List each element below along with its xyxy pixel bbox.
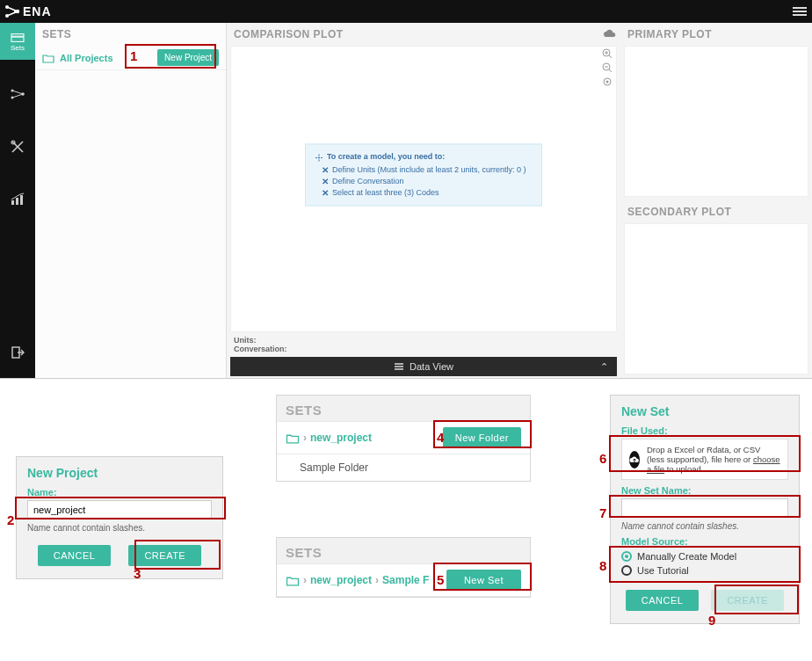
cloud-upload-icon[interactable]	[603, 29, 617, 40]
create-button[interactable]: CREATE	[711, 590, 784, 611]
name-warning: Name cannot contain slashes.	[621, 521, 788, 531]
titlebar: ENA	[0, 0, 812, 23]
svg-line-22	[609, 55, 612, 58]
folder-stack-icon	[10, 32, 25, 44]
callout-num-4: 4	[437, 430, 444, 445]
svg-point-30	[318, 156, 320, 158]
x-icon: ✕	[322, 187, 329, 197]
barchart-icon	[10, 192, 25, 207]
cancel-button[interactable]: CANCEL	[626, 590, 700, 611]
callout-num-8: 8	[599, 558, 606, 573]
all-projects-label: All Projects	[60, 53, 113, 63]
tools-icon	[10, 139, 25, 155]
network-icon	[4, 4, 21, 19]
list-item[interactable]: Sample Folder	[277, 454, 530, 481]
units-label: Units:	[234, 336, 613, 345]
dropzone-text: Drop a Excel or Rdata, or CSV (less supp…	[647, 445, 780, 474]
nav-sets-label: Sets	[11, 44, 25, 52]
callout-num-7: 7	[599, 505, 606, 520]
zoom-out-icon[interactable]	[602, 62, 613, 73]
x-icon: ✕	[322, 176, 329, 185]
svg-line-26	[609, 69, 612, 72]
set-name-label: New Set Name:	[621, 485, 788, 496]
svg-rect-6	[11, 33, 24, 36]
right-panels: PRIMARY PLOT SECONDARY PLOT	[620, 23, 812, 378]
sets-row: All Projects New Project 1	[35, 46, 226, 70]
file-dropzone[interactable]: Drop a Excel or Rdata, or CSV (less supp…	[621, 439, 788, 480]
secondary-plot-canvas	[624, 223, 808, 374]
new-project-button[interactable]: New Project	[157, 49, 219, 66]
breadcrumb[interactable]: › new_project › Sample F	[286, 574, 429, 586]
crumb-text: Sample F	[382, 574, 429, 586]
new-set-dialog: New Set File Used: Drop a Excel or Rdata…	[610, 395, 800, 624]
sets-card-folder: SETS › new_project New Folder Sample Fol…	[276, 395, 531, 482]
zoom-in-icon[interactable]	[602, 48, 613, 59]
comparison-plot-panel: COMPARISON PLOT To create a model, you n…	[227, 23, 620, 378]
folder-icon	[286, 432, 300, 444]
radio-icon	[621, 551, 632, 562]
hint-item-0: Define Units (Must include at least 2 un…	[332, 164, 526, 173]
callout-num-5: 5	[437, 572, 444, 587]
nav-exit[interactable]	[0, 334, 35, 371]
nav-stats[interactable]	[0, 181, 35, 218]
nodes-icon	[10, 88, 25, 100]
svg-line-11	[12, 91, 23, 94]
target-icon[interactable]	[602, 76, 613, 87]
cancel-button[interactable]: CANCEL	[38, 545, 112, 566]
folder-icon	[286, 575, 300, 586]
nav-sets[interactable]: Sets	[0, 23, 35, 60]
nav-tools[interactable]	[0, 128, 35, 165]
breadcrumb[interactable]: › new_project	[286, 432, 372, 444]
dialog-title: New Set	[621, 404, 788, 418]
sets-panel-title: SETS	[35, 23, 226, 46]
hint-item-1: Define Conversation	[332, 176, 404, 185]
primary-plot-title: PRIMARY PLOT	[620, 23, 812, 46]
sets-title: SETS	[277, 538, 530, 563]
primary-plot-canvas	[624, 46, 808, 197]
radio-label: Use Tutorial	[637, 565, 689, 576]
conversation-label: Conversation:	[234, 345, 613, 353]
data-view-label: Data View	[410, 361, 453, 372]
folder-icon	[42, 53, 54, 63]
exit-icon	[11, 345, 25, 360]
dialog-title: New Project	[27, 466, 212, 480]
all-projects-link[interactable]: All Projects	[42, 53, 113, 63]
radio-tutorial[interactable]: Use Tutorial	[621, 563, 788, 577]
svg-rect-16	[11, 200, 14, 205]
radio-manual[interactable]: Manually Create Model	[621, 549, 788, 563]
set-name-input[interactable]	[621, 498, 788, 518]
hint-title: To create a model, you need to:	[327, 151, 445, 160]
create-button[interactable]: CREATE	[128, 545, 201, 566]
sets-panel: SETS All Projects New Project 1	[35, 23, 227, 378]
crumb-text: new_project	[310, 432, 372, 444]
left-nav: Sets	[0, 23, 35, 378]
floating-cards: New Project Name: Name cannot contain sl…	[0, 379, 812, 651]
project-name-input[interactable]	[27, 500, 212, 519]
callout-num-2: 2	[7, 512, 14, 527]
model-source-label: Model Source:	[621, 536, 788, 547]
name-warning: Name cannot contain slashes.	[27, 523, 212, 533]
new-folder-button[interactable]: New Folder	[443, 427, 521, 448]
data-view-bar[interactable]: Data View ⌃	[230, 357, 617, 376]
nav-model[interactable]	[0, 76, 35, 113]
cloud-upload-icon	[629, 451, 640, 469]
logo: ENA	[4, 4, 52, 19]
crumb-text: new_project	[310, 574, 372, 586]
chevron-up-icon: ⌃	[600, 361, 608, 373]
radio-icon	[621, 565, 632, 576]
svg-rect-18	[20, 195, 23, 205]
plot-footer: Units: Conversation:	[227, 332, 620, 357]
x-icon: ✕	[322, 164, 329, 174]
callout-num-1: 1	[130, 48, 137, 63]
new-set-button[interactable]: New Set	[446, 570, 521, 591]
hint-item-2: Select at least three (3) Codes	[332, 187, 439, 196]
callout-num-3: 3	[134, 566, 141, 581]
svg-line-12	[12, 94, 23, 98]
callout-num-9: 9	[708, 613, 715, 628]
name-label: Name:	[27, 487, 212, 498]
list-icon	[394, 362, 404, 371]
menu-icon[interactable]	[793, 7, 807, 16]
app-shell: Sets	[0, 23, 812, 379]
svg-point-29	[606, 81, 609, 84]
sparkle-icon	[315, 153, 323, 162]
